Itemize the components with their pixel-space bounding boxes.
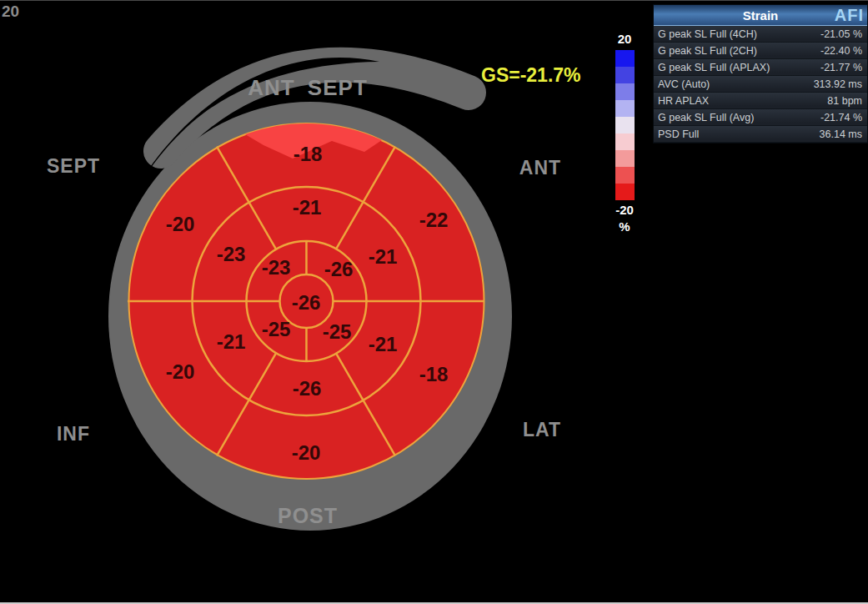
scale-min-label: -20 (607, 202, 642, 219)
segment-value: -25 (323, 320, 352, 343)
strain-color-scale: 20 -20 % (607, 31, 642, 235)
measurement-label: G peak SL Full (4CH) (654, 28, 757, 40)
segment-value: -23 (217, 243, 246, 265)
measurement-value: 81 bpm (827, 95, 867, 107)
segment-value: -21 (369, 245, 398, 268)
region-label-lat: LAT (523, 419, 561, 441)
segment-value: -18 (419, 363, 449, 385)
segment-value: -20 (292, 441, 321, 464)
region-label-sept: SEPT (47, 155, 100, 178)
measurement-value: -21.05 % (820, 28, 867, 40)
scale-max-label: 20 (607, 31, 642, 48)
segment-value: -21 (369, 333, 398, 355)
segment-value: -26 (324, 258, 354, 280)
afi-badge: AFI (835, 6, 864, 25)
measurement-value: 36.14 ms (820, 128, 867, 140)
measurement-label: G peak SL Full (2CH) (654, 45, 757, 57)
segment-value: -20 (166, 213, 195, 235)
measurement-value: -21.77 % (820, 62, 867, 73)
measurement-row: G peak SL Full (4CH) -21.05 % (654, 26, 867, 43)
measurement-value: 313.92 ms (814, 78, 867, 90)
measurement-label: G peak SL Full (Avg) (654, 112, 754, 123)
measurement-row: G peak SL Full (APLAX) -21.77 % (654, 59, 867, 76)
measurement-value: -22.40 % (820, 45, 867, 57)
segment-value: -21 (217, 330, 246, 353)
measurement-label: HR APLAX (654, 95, 709, 107)
measurement-panel-header: Strain AFI (654, 5, 867, 26)
segment-value: -26 (292, 291, 321, 314)
measurement-panel: Strain AFI G peak SL Full (4CH) -21.05 %… (653, 4, 868, 143)
measurement-label: AVC (Auto) (654, 78, 710, 90)
segment-value: -26 (293, 377, 322, 400)
measurement-row: G peak SL Full (2CH) -22.40 % (654, 43, 867, 59)
region-label-inf: INF (57, 423, 90, 445)
segment-value: -23 (262, 256, 291, 279)
afi-strain-result-screen: 20 -18 (0, 0, 868, 604)
measurement-row: PSD Full 36.14 ms (654, 126, 867, 143)
scale-unit-label: % (607, 219, 642, 235)
region-label-ant-sept: ANT SEPT (248, 75, 368, 101)
measurement-row: G peak SL Full (Avg) -21.74 % (654, 109, 867, 126)
segment-value: -20 (166, 360, 195, 383)
panel-title: Strain (743, 8, 779, 23)
segment-value: -21 (293, 196, 322, 219)
segment-value: -22 (419, 209, 449, 231)
measurement-label: G peak SL Full (APLAX) (654, 62, 770, 73)
measurement-row: AVC (Auto) 313.92 ms (654, 76, 867, 93)
color-scale-bar (615, 50, 635, 200)
segment-value: -25 (262, 318, 291, 340)
measurement-row: HR APLAX 81 bpm (654, 93, 867, 109)
region-label-post: POST (278, 504, 338, 528)
region-label-ant: ANT (519, 157, 561, 179)
measurement-value: -21.74 % (820, 112, 867, 123)
global-strain-value: GS=-21.7% (481, 64, 581, 87)
segment-value: -18 (294, 143, 323, 165)
measurement-label: PSD Full (654, 128, 699, 140)
